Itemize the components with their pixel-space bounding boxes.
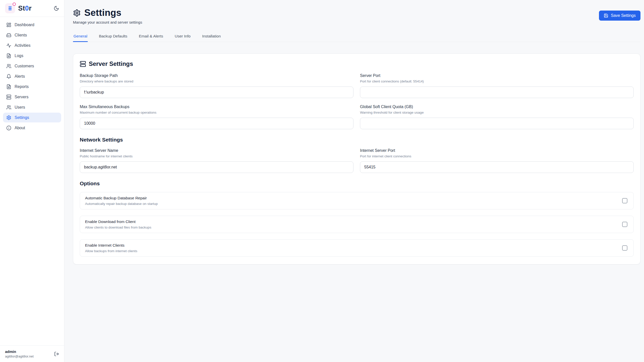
field-label: Internet Server Port bbox=[360, 148, 634, 153]
sidebar-item-activities[interactable]: Activities bbox=[3, 40, 61, 50]
users-icon bbox=[6, 64, 11, 69]
field-global-soft-client-quota: Global Soft Client Quota (GB) Warning th… bbox=[360, 105, 634, 129]
option-label: Automatic Backup Database Repair bbox=[85, 196, 158, 200]
field-internet-server-port: Internet Server Port Port for internet c… bbox=[360, 148, 634, 173]
field-label: Internet Server Name bbox=[80, 148, 353, 153]
sidebar-item-servers[interactable]: Servers bbox=[3, 92, 61, 102]
option-enable-download-from-client: Enable Download from Client Allow client… bbox=[80, 216, 634, 233]
automatic-backup-database-repair-checkbox[interactable] bbox=[622, 198, 627, 203]
sidebar-item-clients[interactable]: Clients bbox=[3, 30, 61, 40]
sidebar: St0r Dashboard Clients Activities bbox=[0, 0, 64, 362]
sidebar-item-label: Alerts bbox=[15, 74, 25, 79]
moon-icon bbox=[54, 6, 59, 11]
internet-server-port-input[interactable] bbox=[360, 161, 634, 173]
sidebar-item-label: Customers bbox=[15, 64, 34, 68]
max-simultaneous-backups-input[interactable] bbox=[80, 118, 353, 129]
user-name: admin bbox=[5, 349, 34, 354]
field-label: Server Port bbox=[360, 73, 634, 78]
sidebar-item-alerts[interactable]: Alerts bbox=[3, 71, 61, 81]
field-help: Maximum number of concurrent backup oper… bbox=[80, 111, 353, 114]
settings-gear-icon bbox=[73, 9, 81, 17]
hard-drive-icon bbox=[6, 33, 11, 38]
tab-backup-defaults[interactable]: Backup Defaults bbox=[98, 33, 128, 42]
field-help: Public hostname for internet clients bbox=[80, 154, 353, 158]
field-help: Port for client connections (default: 55… bbox=[360, 79, 634, 83]
option-automatic-backup-database-repair: Automatic Backup Database Repair Automat… bbox=[80, 192, 634, 209]
sidebar-item-label: Dashboard bbox=[15, 23, 34, 27]
server-icon bbox=[80, 61, 86, 67]
page-subtitle: Manage your account and server settings bbox=[73, 20, 142, 24]
app-logo bbox=[5, 3, 15, 13]
sidebar-item-label: Logs bbox=[15, 54, 23, 58]
sidebar-item-users[interactable]: Users bbox=[3, 102, 61, 112]
sidebar-item-about[interactable]: About bbox=[3, 123, 61, 133]
dark-mode-toggle[interactable] bbox=[54, 6, 59, 11]
network-settings-heading: Network Settings bbox=[80, 137, 634, 143]
database-icon bbox=[7, 6, 13, 11]
field-label: Backup Storage Path bbox=[80, 73, 353, 78]
sidebar-user-panel: admin agit8or@agit8or.net bbox=[0, 345, 64, 362]
page-title: Settings bbox=[84, 8, 122, 18]
enable-download-from-client-checkbox[interactable] bbox=[622, 222, 627, 227]
gear-icon bbox=[6, 115, 11, 120]
field-max-simultaneous-backups: Max Simultaneous Backups Maximum number … bbox=[80, 105, 353, 129]
bell-icon bbox=[6, 74, 11, 79]
field-help: Directory where backups are stored bbox=[80, 79, 353, 83]
tab-user-info[interactable]: User Info bbox=[174, 33, 191, 42]
file-text-icon bbox=[6, 53, 11, 58]
logout-icon bbox=[54, 351, 59, 356]
sidebar-item-label: Users bbox=[15, 105, 25, 110]
option-help: Allow clients to download files from bac… bbox=[85, 225, 151, 229]
info-icon bbox=[6, 125, 11, 130]
brand-name: St0r bbox=[18, 5, 31, 12]
server-settings-card: Server Settings Backup Storage Path Dire… bbox=[73, 54, 640, 264]
field-backup-storage-path: Backup Storage Path Directory where back… bbox=[80, 73, 353, 98]
main-content: Settings Manage your account and server … bbox=[64, 0, 644, 362]
sidebar-item-reports[interactable]: Reports bbox=[3, 82, 61, 92]
settings-tabs: General Backup Defaults Email & Alerts U… bbox=[73, 33, 640, 42]
activity-icon bbox=[6, 43, 11, 48]
sidebar-item-label: Settings bbox=[15, 115, 29, 120]
field-help: Port for internet client connections bbox=[360, 154, 634, 158]
field-label: Max Simultaneous Backups bbox=[80, 105, 353, 109]
options-heading: Options bbox=[80, 180, 634, 187]
save-settings-label: Save Settings bbox=[611, 13, 636, 18]
sidebar-item-dashboard[interactable]: Dashboard bbox=[3, 20, 61, 30]
internet-server-name-input[interactable] bbox=[80, 161, 353, 173]
global-soft-client-quota-input[interactable] bbox=[360, 118, 634, 129]
logout-button[interactable] bbox=[54, 351, 59, 356]
option-help: Automatically repair backup database on … bbox=[85, 202, 158, 206]
file-text-icon bbox=[6, 84, 11, 89]
tab-email-alerts[interactable]: Email & Alerts bbox=[138, 33, 164, 42]
field-server-port: Server Port Port for client connections … bbox=[360, 73, 634, 98]
save-settings-button[interactable]: Save Settings bbox=[599, 11, 640, 21]
sidebar-nav: Dashboard Clients Activities Logs Custom… bbox=[0, 17, 64, 345]
option-label: Enable Download from Client bbox=[85, 219, 151, 224]
backup-storage-path-input[interactable] bbox=[80, 86, 353, 98]
enable-internet-clients-checkbox[interactable] bbox=[622, 245, 627, 251]
server-settings-heading: Server Settings bbox=[80, 60, 634, 67]
user-info: admin agit8or@agit8or.net bbox=[5, 349, 34, 358]
sidebar-item-label: Activities bbox=[15, 43, 30, 48]
server-settings-title: Server Settings bbox=[89, 60, 133, 67]
logo-row: St0r bbox=[0, 0, 64, 17]
field-internet-server-name: Internet Server Name Public hostname for… bbox=[80, 148, 353, 173]
sidebar-item-logs[interactable]: Logs bbox=[3, 51, 61, 61]
logo-badge-icon bbox=[13, 3, 16, 6]
sidebar-item-label: Clients bbox=[15, 33, 27, 37]
tab-installation[interactable]: Installation bbox=[202, 33, 221, 42]
tab-general[interactable]: General bbox=[73, 33, 88, 42]
users-icon bbox=[6, 105, 11, 110]
sidebar-item-label: About bbox=[15, 126, 25, 130]
page-header: Settings Manage your account and server … bbox=[73, 8, 640, 24]
options-list: Automatic Backup Database Repair Automat… bbox=[80, 192, 634, 257]
user-email: agit8or@agit8or.net bbox=[5, 354, 34, 358]
option-help: Allow backups from internet clients bbox=[85, 249, 137, 253]
server-port-input[interactable] bbox=[360, 86, 634, 98]
sidebar-item-label: Reports bbox=[15, 84, 29, 89]
save-icon bbox=[604, 13, 608, 18]
sidebar-item-settings[interactable]: Settings bbox=[3, 113, 61, 122]
sidebar-item-customers[interactable]: Customers bbox=[3, 61, 61, 71]
field-help: Warning threshold for client storage usa… bbox=[360, 111, 634, 114]
sidebar-item-label: Servers bbox=[15, 95, 28, 99]
